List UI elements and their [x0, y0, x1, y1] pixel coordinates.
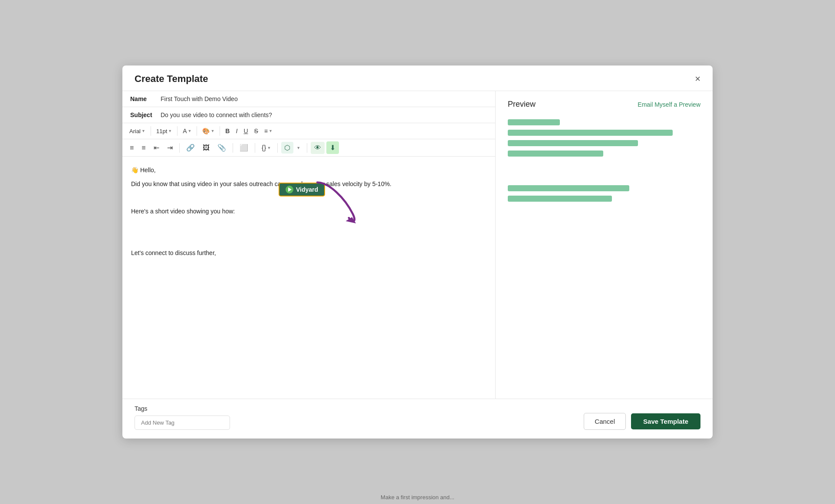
unordered-list-icon: ≡ [141, 144, 145, 152]
font-size-dropdown[interactable]: 11pt ▼ [154, 126, 174, 136]
link-button[interactable]: 🔗 [183, 142, 198, 154]
preview-line-3 [508, 140, 638, 146]
variable-chevron: ▼ [267, 146, 271, 150]
name-row: Name First Touch with Demo Video [122, 91, 495, 107]
vidyard-chevron: ▼ [296, 146, 300, 150]
sep6 [233, 143, 233, 153]
underline-button[interactable]: U [241, 126, 250, 136]
image-icon: 🖼 [203, 144, 210, 152]
text-color-icon: A [183, 128, 187, 134]
preview-header: Preview Email Myself a Preview [508, 100, 700, 109]
tags-label: Tags [135, 405, 575, 412]
preview-line-1 [508, 119, 560, 125]
indent-decrease-button[interactable]: ⇤ [151, 142, 162, 154]
footer-actions: Cancel Save Template [584, 413, 700, 430]
bold-button[interactable]: B [223, 126, 232, 136]
font-family-dropdown[interactable]: Arial ▼ [127, 126, 148, 136]
subject-label: Subject [130, 111, 161, 118]
indent-decrease-icon: ⇤ [154, 144, 159, 152]
vidyard-play-icon [286, 186, 293, 193]
close-button[interactable]: × [695, 74, 700, 84]
email-preview-link[interactable]: Email Myself a Preview [638, 101, 700, 108]
indent-increase-button[interactable]: ⇥ [164, 142, 176, 154]
template-button[interactable]: ⬜ [237, 142, 251, 154]
preview-line-5 [508, 185, 629, 191]
ordered-list-button[interactable]: ≡ [127, 142, 137, 154]
font-size-chevron: ▼ [168, 129, 172, 133]
bold-icon: B [225, 128, 230, 134]
eye-icon: 👁 [314, 144, 321, 151]
italic-icon: I [236, 128, 237, 134]
greeting-line: 👋 Hello, [131, 165, 487, 176]
unordered-list-button[interactable]: ≡ [138, 142, 148, 154]
vidyard-hex-icon: ⬡ [284, 144, 290, 152]
indent-increase-icon: ⇥ [167, 144, 173, 152]
vidyard-popup-label: Vidyard [296, 186, 318, 193]
attachment-icon: 📎 [217, 144, 226, 152]
font-family-chevron: ▼ [141, 129, 145, 133]
variable-icon: {} [262, 144, 266, 152]
vidyard-play-triangle [288, 187, 292, 192]
strikethrough-button[interactable]: S [252, 126, 261, 136]
ordered-list-icon: ≡ [130, 144, 134, 152]
strikethrough-icon: S [254, 128, 258, 134]
editor-content[interactable]: 👋 Hello, Did you know that using video i… [122, 157, 495, 399]
tags-input[interactable] [135, 416, 230, 430]
align-button[interactable]: ≡ ▼ [262, 126, 275, 136]
body-line2: Here's a short video showing you how: [131, 206, 487, 217]
toolbar-row2: ≡ ≡ ⇤ ⇥ 🔗 🖼 [122, 139, 495, 157]
sep8 [277, 143, 278, 153]
bottom-bar: Make a first impression and... [0, 491, 835, 504]
attachment-button[interactable]: 📎 [214, 142, 229, 154]
highlight-chevron: ▼ [210, 129, 214, 133]
sep5 [179, 143, 180, 153]
italic-button[interactable]: I [233, 126, 240, 136]
preview-line-2 [508, 130, 673, 136]
name-label: Name [130, 95, 161, 102]
sep1 [151, 126, 151, 136]
text-color-button[interactable]: A ▼ [180, 126, 194, 136]
preview-title: Preview [508, 100, 536, 109]
underline-icon: U [243, 128, 248, 134]
download-icon: ⬇ [330, 144, 335, 151]
align-chevron: ▼ [269, 129, 273, 133]
preview-line-6 [508, 196, 612, 202]
font-size-label: 11pt [156, 128, 167, 134]
subject-value: Do you use video to connect with clients… [161, 111, 487, 118]
subject-row: Subject Do you use video to connect with… [122, 107, 495, 123]
preview-lines [508, 119, 700, 202]
link-icon: 🔗 [186, 144, 195, 152]
vidyard-popup-area: Vidyard [279, 183, 325, 196]
vidyard-container: ⬡ ▼ [281, 142, 303, 154]
preview-line-4 [508, 151, 603, 157]
sep2 [177, 126, 178, 136]
highlight-icon: 🎨 [202, 128, 210, 134]
preview-spacer-1 [508, 161, 700, 169]
modal-title: Create Template [135, 73, 208, 85]
tags-section: Tags [135, 405, 575, 430]
vidyard-popup-button[interactable]: Vidyard [279, 183, 325, 196]
modal-header: Create Template × [122, 65, 713, 91]
text-color-chevron: ▼ [188, 129, 192, 133]
name-value: First Touch with Demo Video [161, 95, 487, 102]
sep9 [307, 143, 307, 153]
create-template-modal: Create Template × Name First Touch with … [122, 65, 713, 439]
save-template-button[interactable]: Save Template [631, 413, 700, 429]
vidyard-hexagon-button[interactable]: ⬡ [281, 142, 293, 154]
modal-body: Name First Touch with Demo Video Subject… [122, 91, 713, 399]
sep3 [197, 126, 197, 136]
cancel-button[interactable]: Cancel [584, 413, 626, 430]
download-button[interactable]: ⬇ [326, 141, 339, 154]
image-button[interactable]: 🖼 [200, 142, 213, 154]
body-line3: Let's connect to discuss further, [131, 248, 487, 259]
vidyard-dropdown-btn[interactable]: ▼ [293, 144, 303, 152]
toolbar-row1: Arial ▼ 11pt ▼ A ▼ 🎨 [122, 123, 495, 139]
highlight-button[interactable]: 🎨 ▼ [200, 126, 217, 136]
bottom-bar-text: Make a first impression and... [381, 494, 454, 501]
sep4 [220, 126, 220, 136]
align-icon: ≡ [264, 128, 268, 134]
font-family-label: Arial [129, 128, 141, 134]
eye-button[interactable]: 👁 [311, 142, 325, 154]
preview-section: Preview Email Myself a Preview [496, 91, 713, 399]
variable-button[interactable]: {} ▼ [259, 142, 274, 154]
